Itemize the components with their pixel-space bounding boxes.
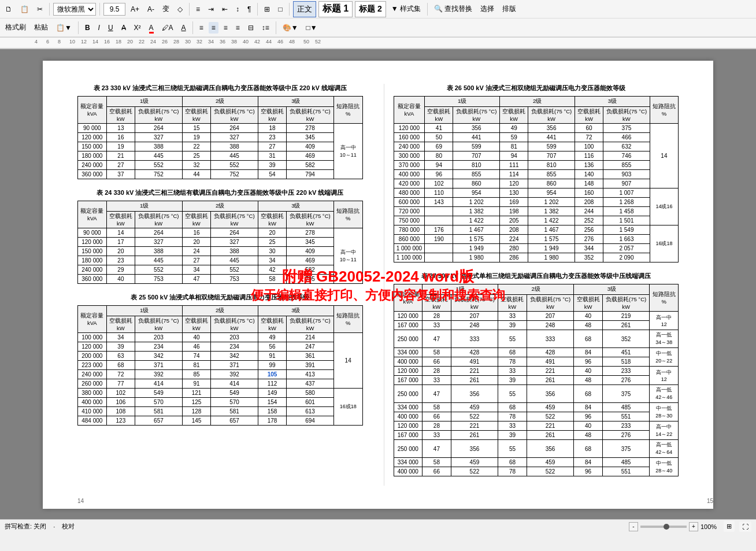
table-row: 180 000214452544531469 xyxy=(78,151,363,161)
sort-btn[interactable]: ↕ xyxy=(233,3,242,15)
zoom-slider[interactable] xyxy=(640,526,687,528)
style-zhengwen-label: 正文 xyxy=(297,4,312,14)
table-row: 100 00034203402034921414 xyxy=(78,333,363,342)
find-replace-btn[interactable]: 🔍 查找替换 xyxy=(431,2,475,16)
table23: 额定容量kVA 1级 2级 3级 短路阻抗% 空载损耗kW 负载损耗(75 °C… xyxy=(77,96,363,179)
t24-cap: 额定容量kVA xyxy=(78,201,107,228)
table-row: 780 0001761 4672081 4672561 54916或18 xyxy=(394,225,679,235)
cut-button[interactable]: ✂ xyxy=(34,3,46,15)
status-right: - + 100% ⊞ ⛶ xyxy=(629,521,751,532)
table-row: 420 000102860120860148907 xyxy=(394,179,679,188)
table-row: 600 0001431 2021691 2022081 268 xyxy=(394,198,679,207)
style-zhengwen[interactable]: 正文 xyxy=(293,1,316,17)
table-row: 750 0001 4222051 4222521 501 xyxy=(394,216,679,225)
sep4 xyxy=(257,3,258,16)
border-btn[interactable]: □ xyxy=(275,3,285,15)
paste-options-btn[interactable]: 📋▼ xyxy=(53,22,75,34)
table-row: 90 000132641526418278 高一中10～11 xyxy=(78,124,363,133)
align-right-btn[interactable]: ≡ xyxy=(221,22,231,34)
style-title2[interactable]: 标题 2 xyxy=(355,1,386,17)
spell-check-status[interactable]: 拼写检查: 关闭 xyxy=(5,522,46,531)
border2-btn[interactable]: □▼ xyxy=(303,22,320,34)
t23h-3load: 负载损耗(75 °C)kW xyxy=(287,107,333,124)
select-btn[interactable]: 选择 xyxy=(477,2,497,16)
list-btn[interactable]: ≡ xyxy=(193,3,203,15)
table-row: 120 000282073320740219高一中12 xyxy=(394,312,679,321)
line-spacing-btn[interactable]: ↕≡ xyxy=(259,22,272,34)
table-row: 120 000282213322140233高一中12 xyxy=(394,367,679,376)
clear-btn[interactable]: ◇ xyxy=(175,3,186,15)
superscript-btn[interactable]: X² xyxy=(131,22,144,34)
table-insert-btn[interactable]: ⊞ xyxy=(261,3,273,15)
outdent-btn[interactable]: ⇤ xyxy=(219,3,231,15)
page-num-left: 14 xyxy=(77,498,84,504)
table-row: 120 000173272032725345 xyxy=(78,238,363,247)
table-row: 167 000332613926148276 xyxy=(394,376,679,385)
font-color2-btn[interactable]: A xyxy=(179,22,189,34)
table-row: 1 100 0001 9802861 9803522 090 xyxy=(394,253,679,262)
font-color-btn[interactable]: A xyxy=(146,22,157,34)
new-button[interactable]: 🗋 xyxy=(2,3,15,15)
right-col: 表 26 500 kV 油浸式三相双绕组无励磁调压电力变压器能效等级 额定容量k… xyxy=(384,84,679,486)
bold-btn[interactable]: B xyxy=(82,22,93,34)
style-title1[interactable]: 标题 1 xyxy=(318,1,353,17)
proofread-status[interactable]: 校对 xyxy=(62,522,75,531)
separator-dot: · xyxy=(53,523,55,530)
table-row: 400 000664917849196518 xyxy=(394,357,679,367)
table-row: 334 000584596845984485中一低28～40 xyxy=(394,458,679,467)
table-row: 1 000 0001 9492801 9493442 057 xyxy=(394,244,679,253)
toolbar-row2: 格式刷 粘贴 📋▼ B I U A̶ X² A 🖊A A ≡ ≡ ≡ ≡ ⊟ ↕… xyxy=(0,19,756,37)
align-left-btn[interactable]: ≡ xyxy=(197,22,206,34)
font-size-input[interactable] xyxy=(103,3,125,16)
table-row: 400 000665227852296551 xyxy=(394,467,679,476)
table26: 额定容量kVA 1级 2级 3级 短路阻抗% 空载损耗kW 负载损耗(75 °C… xyxy=(394,96,679,262)
table-row: 370 00094810111810136855 xyxy=(394,161,679,170)
italic-btn[interactable]: I xyxy=(95,22,103,34)
table-row: 120 00041356493566037514 xyxy=(394,124,679,133)
align-btn[interactable]: ¶ xyxy=(244,3,254,15)
arrange-btn[interactable]: 排版 xyxy=(499,2,519,16)
svg-rect-1 xyxy=(0,48,756,49)
zoom-thumb[interactable] xyxy=(664,524,669,530)
style-set-btn[interactable]: ▼ 样式集 xyxy=(388,2,424,16)
format-painter-btn[interactable]: 格式刷 xyxy=(2,21,29,34)
convert-btn[interactable]: 变 xyxy=(160,2,172,16)
column-btn[interactable]: ⊟ xyxy=(245,22,257,34)
font-size-increase[interactable]: A+ xyxy=(128,3,142,15)
justify-btn[interactable]: ≡ xyxy=(233,22,243,34)
paste-btn[interactable]: 粘贴 xyxy=(31,21,51,34)
highlight-btn[interactable]: 🖊A xyxy=(159,22,176,34)
font-select[interactable]: 微软雅黑 xyxy=(53,3,96,16)
t23h-1load: 负载损耗(75 °C)kW xyxy=(135,107,182,124)
table-row: 484 000123657145657178694 xyxy=(78,416,363,426)
sep8 xyxy=(192,21,193,34)
font-size-decrease[interactable]: A- xyxy=(144,3,157,15)
strikethrough-btn[interactable]: A̶ xyxy=(118,22,129,34)
zoom-in-btn[interactable]: + xyxy=(689,522,698,531)
page-area[interactable]: 表 23 330 kV 油浸式三相三绕组无励磁调压自耦电力变压器能效等级中压 2… xyxy=(0,49,756,519)
zoom-out-btn[interactable]: - xyxy=(629,522,638,531)
word-page: 表 23 330 kV 油浸式三相三绕组无励磁调压自耦电力变压器能效等级中压 2… xyxy=(43,61,713,509)
copy-button[interactable]: 📋 xyxy=(17,3,32,15)
table-row: 240 0007239285392105413 xyxy=(78,370,363,379)
fullscreen-btn[interactable]: ⛶ xyxy=(739,522,751,532)
page-num-right: 15 xyxy=(707,498,713,504)
indent-btn[interactable]: ⇥ xyxy=(205,3,217,15)
table-row: 260 0007741491414112437 xyxy=(78,379,363,389)
table-row: 240 0006959981599100632 xyxy=(394,142,679,151)
table-row: 400 00096855114855140903 xyxy=(394,170,679,179)
align-center-btn[interactable]: ≡ xyxy=(209,22,218,34)
ruler-svg xyxy=(0,38,756,49)
table27-title: 表 27 500 kV 油浸式单相三绕组无励磁调压自耦电力变压器能效等级中压线端… xyxy=(394,272,679,280)
toolbar: 🗋 📋 ✂ 微软雅黑 A+ A- 变 ◇ ≡ ⇥ ⇤ ↕ ¶ ⊞ □ 正文 标题… xyxy=(0,0,756,38)
table23-title: 表 23 330 kV 油浸式三相三绕组无励磁调压自耦电力变压器能效等级中压 2… xyxy=(77,84,363,93)
underline-btn[interactable]: U xyxy=(105,22,116,34)
sep7 xyxy=(78,21,79,34)
view-mode-btn[interactable]: ⊞ xyxy=(724,521,735,532)
style-title2-label: 标题 2 xyxy=(359,4,382,14)
table-row: 240 000275523255239582 xyxy=(78,161,363,170)
table-row: 334 000584286842884451中一低20～22 xyxy=(394,348,679,357)
shading-btn[interactable]: 🎨▼ xyxy=(280,22,301,34)
page-layout: 表 23 330 kV 油浸式三相三绕组无励磁调压自耦电力变压器能效等级中压 2… xyxy=(77,84,679,486)
table-row: 400 000106570125570154601 xyxy=(78,398,363,407)
